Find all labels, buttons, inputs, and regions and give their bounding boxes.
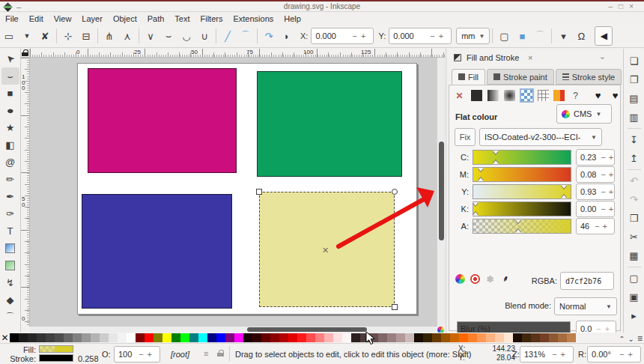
symmetric-node-icon[interactable]: ◡ [177, 27, 195, 45]
linear-gradient-icon[interactable] [487, 90, 499, 101]
green-rect[interactable] [257, 71, 402, 177]
zoom-selection-icon[interactable]: ▢ [626, 269, 643, 288]
menu-edit[interactable]: Edit [24, 13, 49, 24]
palette-swatch[interactable] [243, 333, 252, 342]
palette-swatch[interactable] [522, 333, 531, 342]
zoom-drawing-icon[interactable]: ▣ [626, 288, 643, 306]
y-input[interactable]: 0.000 −+ [389, 28, 452, 44]
segment-curve-icon[interactable]: ⌒ [237, 27, 255, 45]
palette-swatch[interactable] [378, 333, 387, 342]
opacity-o-spin-buttons[interactable]: −+ [139, 350, 156, 359]
dropper-icon[interactable]: ✒ [499, 273, 511, 285]
tab-stroke-style[interactable]: Stroke style [556, 69, 622, 85]
slider-marker-bottom[interactable] [478, 178, 484, 181]
palette-swatch[interactable] [46, 333, 55, 342]
slider-marker-top[interactable] [473, 202, 479, 206]
delete-node-icon[interactable]: ✘ [36, 27, 54, 45]
icc-profile-dropdown[interactable]: ISO-Coated-v2-300---ECI- ▼ [479, 128, 602, 146]
pen-tool[interactable]: ✒ [1, 188, 19, 205]
palette-swatch[interactable] [369, 333, 378, 342]
minimize-button[interactable]: – [609, 2, 619, 10]
blend-mode-dropdown[interactable]: Normal ▼ [554, 297, 617, 315]
maximize-button[interactable]: □ [619, 2, 629, 10]
text-tool[interactable]: T [1, 222, 19, 240]
stroke-to-path-icon[interactable]: ◗ [278, 27, 296, 45]
palette-swatch[interactable] [441, 333, 450, 342]
swatch-icon[interactable] [538, 90, 549, 101]
slider-marker-top[interactable] [478, 168, 484, 172]
no-color-swatch[interactable]: ✕ [0, 333, 10, 343]
rotation-spin-buttons[interactable]: −+ [619, 350, 637, 359]
slider-spin-buttons[interactable]: −+ [601, 170, 616, 179]
selector-tool[interactable]: ➤ [1, 50, 19, 67]
current-layer[interactable]: [root] [171, 350, 189, 359]
dropdown-arrow-icon[interactable]: ▼ [18, 27, 36, 45]
menu-path[interactable]: Path [142, 13, 170, 24]
palette-swatch[interactable] [450, 333, 459, 342]
palette-swatch[interactable] [234, 333, 243, 342]
no-paint-icon[interactable]: ✕ [454, 90, 465, 101]
palette-swatch[interactable] [324, 333, 333, 342]
menu-extensions[interactable]: Extensions [228, 13, 279, 24]
copy-icon[interactable]: ❒ [626, 209, 643, 228]
calligraphy-tool[interactable]: ✑ [1, 205, 19, 222]
smooth-node-icon[interactable]: ⌣ [160, 27, 177, 45]
bounding-box-icon[interactable]: ▭ [0, 27, 18, 45]
menu-text[interactable]: Text [169, 13, 195, 24]
collapse-snapbar-button[interactable]: ◀ [595, 26, 613, 46]
print-icon[interactable]: ▥ [626, 108, 643, 127]
x-input[interactable]: 0.000 −+ [311, 28, 374, 44]
menu-filters[interactable]: Filters [195, 13, 228, 24]
palette-swatch[interactable] [459, 333, 468, 342]
palette-swatch[interactable] [495, 333, 504, 342]
more-icon[interactable]: ▸ [626, 306, 643, 325]
palette-swatch[interactable] [432, 333, 441, 342]
x-value[interactable]: 0.000 [315, 31, 347, 40]
flat-color-icon[interactable] [471, 90, 482, 101]
palette-swatch[interactable] [261, 333, 270, 342]
y-spin-buttons[interactable]: −+ [430, 31, 447, 40]
slider-spin-buttons[interactable]: −+ [601, 153, 616, 162]
palette-swatch[interactable] [100, 333, 109, 342]
star-tool[interactable]: ★ [1, 119, 19, 136]
palette-swatch[interactable] [351, 333, 360, 342]
palette-swatch[interactable] [189, 333, 198, 342]
palette-down-icon[interactable]: ⌄ [628, 335, 634, 343]
palette-swatch[interactable] [216, 333, 225, 342]
node-tool[interactable]: ⌣ [1, 67, 19, 85]
auto-node-icon[interactable]: ∪ [195, 27, 213, 45]
magenta-rect[interactable] [88, 68, 237, 173]
paste-icon[interactable]: ▦ [626, 246, 643, 265]
palette-swatch[interactable] [513, 333, 522, 342]
slider-bar[interactable] [473, 184, 571, 199]
slider-input[interactable]: 0.93−+ [576, 183, 615, 200]
fill-rule-nonzero-icon[interactable]: ♥ [610, 90, 621, 101]
cut-icon[interactable]: ✂ [626, 228, 643, 246]
menu-help[interactable]: Help [279, 13, 306, 24]
palette-swatch[interactable] [10, 333, 19, 342]
dropper-tool[interactable]: ↯ [1, 274, 19, 291]
blue-rect[interactable] [82, 194, 232, 309]
new-document-icon[interactable]: ❏ [626, 52, 643, 70]
tab-stroke-paint[interactable]: Stroke paint [487, 69, 554, 85]
menu-file[interactable]: File [0, 13, 24, 24]
palette-swatch[interactable] [468, 333, 477, 342]
palette-swatch[interactable] [162, 333, 171, 342]
palette-swatch[interactable] [423, 333, 432, 342]
connector-tool[interactable]: ⌒ [1, 309, 19, 326]
palette-swatch[interactable] [55, 333, 64, 342]
layer-visibility-icon[interactable]: ≡ [204, 349, 208, 358]
slider-bar[interactable] [473, 219, 571, 234]
palette-swatch[interactable] [477, 333, 486, 342]
stroke-indicator-swatch[interactable] [39, 354, 73, 362]
slider-marker-bottom[interactable] [561, 195, 567, 198]
stroke-width-value[interactable]: 0.258 [78, 354, 99, 363]
cmyk-mode-icon[interactable] [470, 274, 480, 284]
palette-swatch[interactable] [360, 333, 369, 342]
fix-button[interactable]: Fix [455, 128, 476, 146]
radial-gradient-icon[interactable] [504, 90, 515, 101]
palette-swatch[interactable] [531, 333, 540, 342]
vertical-scrollbar[interactable] [437, 58, 445, 327]
canvas[interactable]: ✕ [30, 58, 437, 327]
slider-input[interactable]: 0.08−+ [576, 166, 615, 183]
